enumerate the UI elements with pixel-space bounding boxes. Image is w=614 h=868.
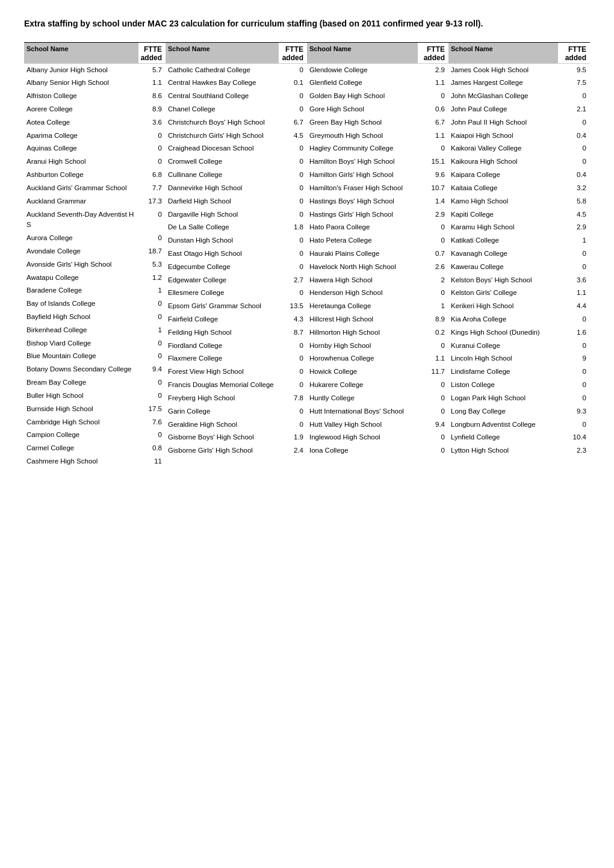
ftte-value-cell: 9.5 bbox=[558, 63, 590, 76]
table-row: Kaikoura High School0 bbox=[448, 155, 590, 169]
table-row: Hutt Valley High School9.4 bbox=[307, 418, 448, 432]
table-row: Hillcrest High School8.9 bbox=[307, 313, 448, 326]
table-row: Auckland Girls' Grammar School7.7 bbox=[24, 182, 166, 195]
school-name-cell: Katikati College bbox=[448, 234, 558, 247]
table-row: Darfield High School0 bbox=[166, 195, 307, 208]
table-row: Karamu High School2.9 bbox=[448, 221, 590, 234]
school-name-cell: Central Hawkes Bay College bbox=[166, 76, 279, 90]
school-name-cell: Campion College bbox=[24, 429, 138, 442]
school-name-cell: Green Bay High School bbox=[307, 116, 418, 129]
ftte-value-cell: 8.9 bbox=[138, 103, 166, 116]
school-name-cell: Long Bay College bbox=[448, 405, 558, 418]
table-row: Aranui High School0 bbox=[24, 155, 166, 169]
table-row: Botany Downs Secondary College9.4 bbox=[24, 363, 166, 376]
ftte-value-cell: 7.5 bbox=[558, 76, 590, 90]
table-row: Catholic Cathedral College0 bbox=[166, 63, 307, 76]
table-row: Inglewood High School0 bbox=[307, 431, 448, 444]
school-name-cell: Hato Paora College bbox=[307, 221, 418, 234]
ftte-value-cell: 0 bbox=[558, 116, 590, 129]
school-name-cell: Catholic Cathedral College bbox=[166, 63, 279, 76]
ftte-value-cell: 0 bbox=[558, 313, 590, 326]
school-name-cell: Hutt International Boys' School bbox=[307, 405, 418, 418]
ftte-value-cell: 7.6 bbox=[138, 416, 166, 429]
school-name-cell: Bream Bay College bbox=[24, 376, 138, 389]
table-row: Kelston Girls' College1.1 bbox=[448, 287, 590, 300]
school-name-cell: Chanel College bbox=[166, 103, 279, 116]
ftte-value-cell: 0 bbox=[279, 155, 307, 169]
ftte-value-cell: 0 bbox=[279, 247, 307, 261]
school-name-cell: Auckland Girls' Grammar School bbox=[24, 182, 138, 195]
ftte-value-cell: 2.6 bbox=[418, 261, 448, 274]
ftte-value-cell: 1.8 bbox=[279, 221, 307, 234]
ftte-value-cell: 0 bbox=[279, 379, 307, 392]
school-name-cell: Flaxmere College bbox=[166, 352, 279, 365]
school-name-cell: Albany Junior High School bbox=[24, 63, 138, 76]
table-row: Avondale College18.7 bbox=[24, 245, 166, 258]
table-row: Central Southland College0 bbox=[166, 90, 307, 103]
table-row: Ashburton College6.8 bbox=[24, 169, 166, 182]
school-name-cell: Glenfield College bbox=[307, 76, 418, 90]
school-name-cell: Hastings Girls' High School bbox=[307, 208, 418, 222]
ftte-value-cell: 2.1 bbox=[558, 103, 590, 116]
ftte-value-cell: 0.6 bbox=[418, 103, 448, 116]
ftte-value-cell: 4.5 bbox=[558, 208, 590, 222]
school-name-cell: Francis Douglas Memorial College bbox=[166, 379, 279, 392]
ftte-value-cell: 18.7 bbox=[138, 245, 166, 258]
ftte-value-cell: 8.6 bbox=[138, 90, 166, 103]
school-name-cell: Dannevirke High School bbox=[166, 182, 279, 195]
table-row: Kia Aroha College0 bbox=[448, 313, 590, 326]
school-name-cell: James Hargest College bbox=[448, 76, 558, 90]
school-name-cell: Liston College bbox=[448, 379, 558, 392]
ftte-value-cell: 15.1 bbox=[418, 155, 448, 169]
ftte-value-cell: 11 bbox=[138, 455, 166, 468]
page-title: Extra staffing by school under MAC 23 ca… bbox=[24, 18, 590, 30]
ftte-value-cell: 0 bbox=[418, 234, 448, 247]
table-row: Hauraki Plains College0.7 bbox=[307, 247, 448, 261]
table-row: Kaipara College0.4 bbox=[448, 169, 590, 182]
table-row: Gisborne Girls' High School2.4 bbox=[166, 444, 307, 457]
table-row: De La Salle College1.8 bbox=[166, 221, 307, 234]
table-row: Fairfield College4.3 bbox=[166, 313, 307, 326]
ftte-value-cell: 4.5 bbox=[279, 129, 307, 143]
ftte-value-cell: 0.2 bbox=[418, 326, 448, 339]
ftte-value-cell: 0.4 bbox=[558, 169, 590, 182]
school-name-cell: Avondale College bbox=[24, 245, 138, 258]
ftte-value-cell: 0.7 bbox=[418, 247, 448, 261]
ftte-value-cell: 2.9 bbox=[558, 221, 590, 234]
school-name-cell: Ellesmere College bbox=[166, 287, 279, 300]
school-name-cell: Inglewood High School bbox=[307, 431, 418, 444]
ftte-value-cell: 0 bbox=[279, 208, 307, 222]
ftte-value-cell: 0 bbox=[558, 155, 590, 169]
table-row: Christchurch Boys' High School6.7 bbox=[166, 116, 307, 129]
table-row: Kuranui College0 bbox=[448, 339, 590, 353]
table-row: Albany Junior High School5.7 bbox=[24, 63, 166, 76]
school-name-cell: Kaiapoi High School bbox=[448, 129, 558, 143]
table-row: Ellesmere College0 bbox=[166, 287, 307, 300]
school-name-cell: Albany Senior High School bbox=[24, 76, 138, 90]
ftte-value-cell: 7.8 bbox=[279, 392, 307, 405]
table-row: Hukarere College0 bbox=[307, 379, 448, 392]
school-name-cell: Freyberg High School bbox=[166, 392, 279, 405]
ftte-value-cell: 0 bbox=[138, 297, 166, 311]
ftte-value-cell: 6.7 bbox=[418, 116, 448, 129]
table-row: James Hargest College7.5 bbox=[448, 76, 590, 90]
ftte-value-cell: 0 bbox=[418, 90, 448, 103]
school-name-cell: Kapiti College bbox=[448, 208, 558, 222]
school-name-cell: Greymouth High School bbox=[307, 129, 418, 143]
table-row: Henderson High School0 bbox=[307, 287, 448, 300]
school-name-cell: Fairfield College bbox=[166, 313, 279, 326]
school-name-cell: Dargaville High School bbox=[166, 208, 279, 222]
ftte-value-cell: 1.1 bbox=[558, 287, 590, 300]
ftte-value-cell: 0 bbox=[279, 103, 307, 116]
school-name-cell: Garin College bbox=[166, 405, 279, 418]
ftte-value-cell: 0 bbox=[279, 339, 307, 353]
ftte-value-cell: 9.3 bbox=[558, 405, 590, 418]
table-row: Hamilton Girls' High School9.6 bbox=[307, 169, 448, 182]
table-row: Aurora College0 bbox=[24, 232, 166, 245]
school-name-cell: Lynfield College bbox=[448, 431, 558, 444]
table-row: Glendowie College2.9 bbox=[307, 63, 448, 76]
table-row: Gore High School0.6 bbox=[307, 103, 448, 116]
school-name-cell: De La Salle College bbox=[166, 221, 279, 234]
table-row: Awatapu College1.2 bbox=[24, 271, 166, 285]
ftte-value-cell: 0 bbox=[279, 169, 307, 182]
